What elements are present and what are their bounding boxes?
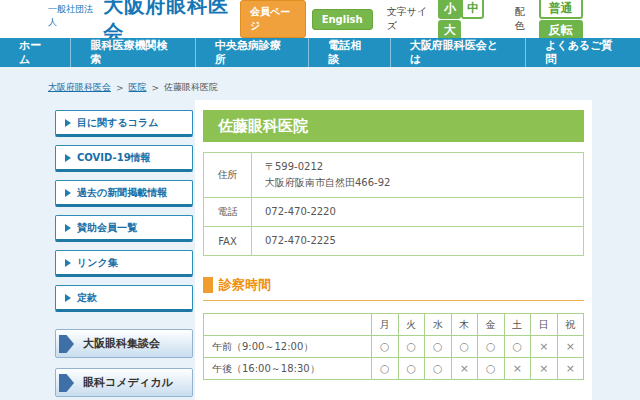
info-row-value: 〒599-0212大阪府阪南市自然田466-92: [252, 153, 584, 198]
schedule-row: 午後（16:00～18:30）○○○×○×××: [204, 358, 584, 380]
nav-item[interactable]: 中央急病診療所: [195, 37, 309, 69]
schedule-mark-cell: ○: [478, 336, 505, 358]
triangle-right-icon: [65, 259, 71, 267]
info-value-line: 072-470-2220: [265, 204, 570, 220]
sidebar-item-label: 目に関するコラム: [77, 116, 158, 130]
schedule-day-header: 日: [531, 314, 558, 336]
orange-square-icon: [203, 277, 213, 293]
schedule-row-label: 午前（9:00～12:00）: [204, 336, 372, 358]
triangle-right-icon: [65, 154, 71, 162]
info-row-label: 電話: [204, 198, 252, 227]
nav-item[interactable]: ホーム: [0, 37, 70, 69]
info-row-value: 072-470-2225: [252, 227, 584, 256]
org-type-label: 一般社団法人: [48, 3, 98, 29]
info-row-value: 072-470-2220: [252, 198, 584, 227]
arrow-right-icon: [59, 335, 74, 353]
schedule-mark-cell: ○: [478, 358, 505, 380]
breadcrumb-link[interactable]: 大阪府眼科医会: [48, 81, 111, 94]
sidebar-banner[interactable]: 眼科コメディカル: [55, 368, 193, 397]
schedule-mark-cell: ×: [451, 358, 478, 380]
schedule-section: 診察時間 月火水木金土日祝午前（9:00～12:00）○○○○○○××午後（16…: [203, 276, 584, 380]
english-button[interactable]: English: [312, 9, 373, 30]
schedule-day-header: 祝: [557, 314, 584, 336]
sidebar-item[interactable]: 定款: [55, 285, 193, 312]
sidebar: 目に関するコラムCOVID-19情報過去の新聞掲載情報賛助会員一覧リンク集定款 …: [55, 110, 193, 400]
font-size-buttons: 小中大: [438, 0, 500, 42]
schedule-row: 午前（9:00～12:00）○○○○○○××: [204, 336, 584, 358]
sidebar-item[interactable]: 目に関するコラム: [55, 110, 193, 137]
schedule-day-header: 水: [425, 314, 452, 336]
triangle-right-icon: [65, 189, 71, 197]
schedule-day-header: 火: [398, 314, 425, 336]
top-header: 一般社団法人 大阪府眼科医会 会員ページ English 文字サイズ 小中大 配…: [0, 0, 640, 38]
sidebar-item-label: 過去の新聞掲載情報: [77, 186, 167, 200]
schedule-day-header: 土: [504, 314, 531, 336]
sidebar-item-label: リンク集: [77, 256, 118, 270]
info-value-line: 大阪府阪南市自然田466-92: [265, 175, 570, 191]
font-size-button-小[interactable]: 小: [438, 0, 461, 19]
main-nav: ホーム眼科医療機関検索中央急病診療所電話相談大阪府眼科医会とはよくあるご質問: [0, 38, 640, 67]
member-page-button[interactable]: 会員ページ: [240, 0, 306, 38]
sidebar-item[interactable]: COVID-19情報: [55, 145, 193, 172]
schedule-header-row: 月火水木金土日祝: [204, 314, 584, 336]
triangle-right-icon: [65, 294, 71, 302]
sidebar-item-label: 賛助会員一覧: [77, 221, 137, 235]
schedule-mark-cell: ×: [531, 358, 558, 380]
breadcrumb-link[interactable]: 医院: [129, 81, 147, 94]
arrow-right-icon: [59, 374, 74, 392]
info-row: FAX072-470-2225: [204, 227, 584, 256]
schedule-mark-cell: ×: [531, 336, 558, 358]
font-size-button-中[interactable]: 中: [461, 0, 484, 19]
nav-item[interactable]: 大阪府眼科医会とは: [390, 37, 525, 69]
info-row: 電話072-470-2220: [204, 198, 584, 227]
schedule-table: 月火水木金土日祝午前（9:00～12:00）○○○○○○××午後（16:00～1…: [203, 313, 584, 380]
sidebar-banner[interactable]: 大阪眼科集談会: [55, 329, 193, 358]
sidebar-banner-label: 大阪眼科集談会: [83, 336, 160, 351]
schedule-mark-cell: ○: [425, 336, 452, 358]
schedule-day-header: 木: [451, 314, 478, 336]
schedule-heading: 診察時間: [203, 276, 584, 301]
breadcrumb-current: 佐藤眼科医院: [164, 81, 218, 94]
sidebar-item[interactable]: 過去の新聞掲載情報: [55, 180, 193, 207]
schedule-row-label: 午後（16:00～18:30）: [204, 358, 372, 380]
schedule-mark-cell: ○: [398, 358, 425, 380]
info-row-label: 住所: [204, 153, 252, 198]
breadcrumb: 大阪府眼科医会>医院>佐藤眼科医院: [48, 81, 218, 94]
triangle-right-icon: [65, 119, 71, 127]
schedule-mark-cell: ×: [504, 358, 531, 380]
schedule-mark-cell: ×: [557, 358, 584, 380]
sidebar-item[interactable]: 賛助会員一覧: [55, 215, 193, 242]
breadcrumb-separator: >: [116, 83, 124, 93]
page: 一般社団法人 大阪府眼科医会 会員ページ English 文字サイズ 小中大 配…: [0, 0, 640, 400]
schedule-day-header: 金: [478, 314, 505, 336]
schedule-mark-cell: ○: [451, 336, 478, 358]
triangle-right-icon: [65, 224, 71, 232]
color-scheme-buttons: 普通反転: [539, 0, 618, 42]
schedule-mark-cell: ○: [372, 358, 399, 380]
schedule-mark-cell: ○: [372, 336, 399, 358]
sidebar-banners: 大阪眼科集談会眼科コメディカル: [55, 329, 193, 397]
info-row-label: FAX: [204, 227, 252, 256]
header-controls: 会員ページ English 文字サイズ 小中大 配色 普通反転: [240, 0, 618, 42]
sidebar-item[interactable]: リンク集: [55, 250, 193, 277]
schedule-day-header: 月: [372, 314, 399, 336]
nav-item[interactable]: 眼科医療機関検索: [70, 37, 194, 69]
info-value-line: 072-470-2225: [265, 233, 570, 249]
color-scheme-label: 配色: [515, 5, 533, 33]
nav-item[interactable]: 電話相談: [308, 37, 390, 69]
sidebar-banner-label: 眼科コメディカル: [83, 375, 173, 390]
info-row: 住所〒599-0212大阪府阪南市自然田466-92: [204, 153, 584, 198]
info-value-line: 〒599-0212: [265, 159, 570, 175]
sidebar-item-label: COVID-19情報: [77, 151, 151, 165]
sidebar-links: 目に関するコラムCOVID-19情報過去の新聞掲載情報賛助会員一覧リンク集定款: [55, 110, 193, 312]
schedule-mark-cell: ○: [425, 358, 452, 380]
clinic-name-title: 佐藤眼科医院: [203, 110, 584, 142]
sidebar-item-label: 定款: [77, 291, 97, 305]
schedule-header-empty-cell: [204, 314, 372, 336]
schedule-mark-cell: ○: [398, 336, 425, 358]
color-scheme-button-普通[interactable]: 普通: [539, 0, 583, 19]
schedule-heading-text: 診察時間: [219, 276, 271, 294]
schedule-mark-cell: ×: [557, 336, 584, 358]
clinic-info-table: 住所〒599-0212大阪府阪南市自然田466-92電話072-470-2220…: [203, 152, 584, 256]
nav-item[interactable]: よくあるご質問: [525, 37, 640, 69]
